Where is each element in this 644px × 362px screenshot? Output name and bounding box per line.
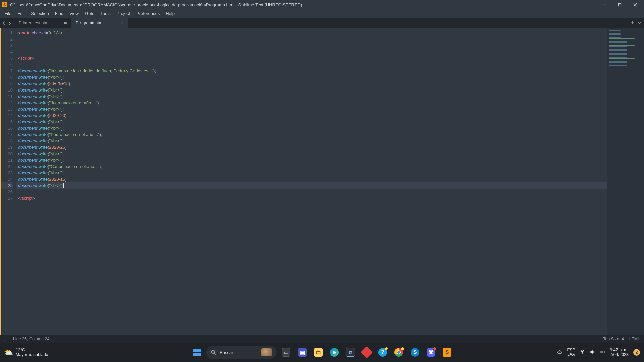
menu-selection[interactable]: Selection [28, 10, 52, 17]
tab-programa-html[interactable]: Programa.html× [71, 18, 128, 28]
taskbar: ⛅ 12°C Mayorm. nublado Buscar ▭ ▣ 🗀 e ⧈ … [0, 343, 644, 362]
notification-badge[interactable]: 2 [633, 349, 640, 356]
sublime-app[interactable]: S [440, 346, 454, 359]
tabbar: Primer_test.htmlPrograma.html× [0, 18, 644, 28]
code-line: document.write("<br>"); [16, 182, 607, 189]
menubar: FileEditSelectionFindViewGotoToolsProjec… [0, 9, 644, 18]
system-tray: ˄ ESP LAA 9:47 p. m. 7/04/2023 2 [550, 348, 640, 357]
line-number: 20 [1, 150, 13, 157]
onedrive-icon[interactable] [557, 349, 562, 356]
discord-app[interactable]: ⌘ [424, 346, 438, 359]
line-number: 10 [1, 87, 13, 93]
line-number: 27 [1, 195, 13, 201]
menu-tools[interactable]: Tools [97, 10, 113, 17]
tab-primer_test-html[interactable]: Primer_test.html [14, 18, 71, 28]
menu-help[interactable]: Help [163, 10, 178, 17]
tab-dropdown-icon[interactable] [638, 20, 641, 26]
taskbar-center: Buscar ▭ ▣ 🗀 e ⧈ ? S ⌘ S [190, 346, 454, 359]
line-number: 2 [1, 36, 13, 42]
battery-icon[interactable] [600, 349, 605, 356]
editor[interactable]: 1234567891011121314151617181920212223242… [0, 28, 644, 335]
tab-label: Primer_test.html [19, 21, 49, 25]
todoist-app[interactable] [360, 346, 373, 359]
ms-store[interactable]: ⧈ [344, 346, 357, 359]
minimap[interactable] [607, 28, 644, 335]
code-line: document.write(2020-20); [16, 112, 607, 119]
volume-icon[interactable] [590, 349, 595, 356]
code-line: document.write("<br>"); [16, 170, 607, 176]
clock[interactable]: 9:47 p. m. 7/04/2023 [610, 348, 629, 357]
camera-app[interactable]: ▣ [296, 346, 309, 359]
start-button[interactable] [190, 346, 204, 359]
sublime-window: S C:\Users\franc\OneDrive\Documentos\PRO… [0, 0, 644, 343]
language-indicator[interactable]: ESP LAA [567, 348, 575, 357]
code-line [16, 61, 607, 68]
menu-view[interactable]: View [66, 10, 82, 17]
file-explorer[interactable]: 🗀 [312, 346, 325, 359]
line-number: 7 [1, 68, 13, 74]
taskview-button[interactable]: ▭ [279, 346, 293, 359]
menu-project[interactable]: Project [114, 10, 133, 17]
code-line: <script> [16, 55, 607, 61]
skype-app[interactable]: S [408, 346, 422, 359]
dirty-indicator-icon [64, 22, 67, 24]
get-help-app[interactable]: ? [376, 346, 389, 359]
code-area[interactable]: <meta charset="utf-8"><script>document.w… [16, 28, 607, 335]
line-number: 23 [1, 170, 13, 176]
nav-forward-icon[interactable] [7, 21, 12, 25]
code-line [16, 36, 607, 42]
nav-back-icon[interactable] [2, 21, 7, 25]
chrome-browser[interactable] [392, 346, 406, 359]
status-tabsize[interactable]: Tab Size: 4 [603, 337, 624, 341]
code-line [16, 49, 607, 55]
menu-edit[interactable]: Edit [14, 10, 28, 17]
windows-logo-icon [193, 349, 201, 356]
tab-close-icon[interactable]: × [121, 20, 124, 25]
line-number: 18 [1, 138, 13, 144]
weather-icon: ⛅ [4, 348, 13, 357]
line-number: 24 [1, 176, 13, 182]
close-button[interactable] [627, 0, 643, 9]
taskbar-search[interactable]: Buscar [206, 346, 277, 359]
code-line: document.write("Pedro nacio en el año ..… [16, 131, 607, 138]
line-number: 22 [1, 163, 13, 170]
code-line: document.write("la suma de las edades de… [16, 68, 607, 74]
gutter: 1234567891011121314151617181920212223242… [0, 28, 16, 335]
edge-browser[interactable]: e [328, 346, 341, 359]
new-tab-icon[interactable] [631, 20, 634, 26]
code-line: document.write("<br>"); [16, 157, 607, 163]
code-line [16, 42, 607, 49]
menu-find[interactable]: Find [52, 10, 66, 17]
wifi-icon[interactable] [580, 349, 585, 356]
window-title: C:\Users\franc\OneDrive\Documentos\PROGR… [10, 2, 302, 7]
window-controls [596, 0, 643, 9]
line-number: 25 [1, 182, 13, 189]
code-line: document.write("<br>"); [16, 138, 607, 144]
line-number: 12 [1, 100, 13, 106]
weather-desc: Mayorm. nublado [16, 352, 48, 357]
minimize-button[interactable] [596, 0, 612, 9]
status-syntax[interactable]: HTML [629, 337, 640, 341]
line-number: 15 [1, 119, 13, 125]
code-line: document.write(2020-15); [16, 176, 607, 182]
code-line: document.write(20+25+15); [16, 80, 607, 87]
tray-overflow-icon[interactable]: ˄ [550, 350, 552, 355]
menu-goto[interactable]: Goto [82, 10, 97, 17]
code-line [16, 189, 607, 195]
svg-rect-0 [618, 3, 621, 6]
statusbar: Line 25, Column 24 Tab Size: 4 HTML [0, 335, 644, 343]
menu-preferences[interactable]: Preferences [133, 10, 163, 17]
sidebar-toggle-icon[interactable] [4, 337, 8, 341]
maximize-button[interactable] [612, 0, 627, 9]
line-number: 16 [1, 125, 13, 131]
weather-widget[interactable]: ⛅ 12°C Mayorm. nublado [4, 348, 48, 357]
menu-file[interactable]: File [1, 10, 14, 17]
code-line: document.write("Carlos nacio en el año..… [16, 163, 607, 170]
line-number: 17 [1, 131, 13, 138]
line-number: 9 [1, 80, 13, 87]
line-number: 6 [1, 61, 13, 68]
line-number: 11 [1, 93, 13, 100]
tab-history-nav [0, 18, 14, 28]
line-number: 1 [1, 29, 13, 36]
app-icon: S [2, 2, 7, 7]
